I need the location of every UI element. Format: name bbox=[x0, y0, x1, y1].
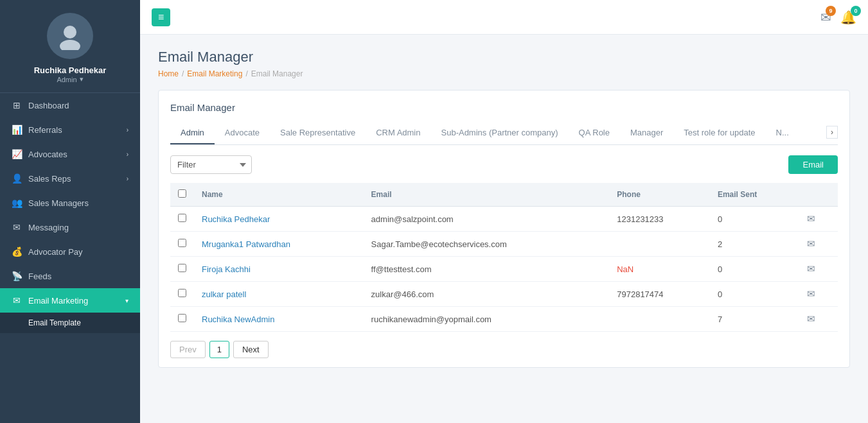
row-checkbox[interactable] bbox=[178, 289, 186, 297]
card-title: Email Manager bbox=[170, 102, 838, 113]
sidebar-role[interactable]: Admin ▾ bbox=[57, 75, 83, 83]
sidebar-item-label: Email Marketing bbox=[28, 296, 88, 306]
row-name: Mruganka1 Patwardhan bbox=[194, 232, 364, 257]
main-card: Email Manager Admin Advocate Sale Repres… bbox=[158, 90, 850, 368]
chevron-right-icon: › bbox=[127, 175, 128, 182]
chevron-right-icon: › bbox=[127, 126, 128, 134]
breadcrumb-email-marketing[interactable]: Email Marketing bbox=[187, 69, 242, 78]
svg-point-1 bbox=[60, 40, 80, 50]
sidebar-item-label: Feeds bbox=[28, 272, 51, 281]
row-email-sent: 0 bbox=[710, 207, 799, 232]
row-phone bbox=[609, 307, 710, 332]
sidebar-item-label: Sales Reps bbox=[28, 174, 71, 184]
send-email-icon[interactable]: ✉ bbox=[807, 313, 815, 324]
row-name-link[interactable]: Ruchika NewAdmin bbox=[202, 315, 274, 324]
row-checkbox[interactable] bbox=[178, 314, 186, 322]
row-name-link[interactable]: Firoja Kachhi bbox=[202, 264, 251, 274]
email-marketing-icon: ✉ bbox=[12, 295, 22, 306]
sidebar-sub-label: Email Template bbox=[28, 318, 81, 327]
page-area: Email Manager Home / Email Marketing / E… bbox=[140, 35, 868, 423]
row-phone: 7972817474 bbox=[609, 282, 710, 307]
sidebar-item-referrals[interactable]: 📊 Referrals › bbox=[0, 117, 140, 142]
tab-crm-admin[interactable]: CRM Admin bbox=[366, 122, 430, 144]
breadcrumb-sep: / bbox=[182, 69, 184, 78]
tab-qa-role[interactable]: QA Role bbox=[569, 122, 620, 144]
sidebar-item-email-marketing[interactable]: ✉ Email Marketing ▾ bbox=[0, 288, 140, 313]
sidebar-item-advocates[interactable]: 📈 Advocates › bbox=[0, 142, 140, 166]
advocates-icon: 📈 bbox=[12, 149, 22, 159]
row-email: ruchikanewadmin@yopmail.com bbox=[364, 307, 610, 332]
sidebar-item-label: Dashboard bbox=[28, 101, 69, 110]
table-header-checkbox bbox=[170, 183, 194, 207]
sidebar-item-dashboard[interactable]: ⊞ Dashboard bbox=[0, 93, 140, 117]
row-checkbox[interactable] bbox=[178, 264, 186, 272]
sidebar-item-feeds[interactable]: 📡 Feeds bbox=[0, 264, 140, 288]
sidebar-username: Ruchika Pedhekar bbox=[34, 65, 107, 75]
sidebar-item-label: Advocates bbox=[28, 150, 67, 159]
row-email-sent: 0 bbox=[710, 282, 799, 307]
row-name: Ruchika NewAdmin bbox=[194, 307, 364, 332]
breadcrumb: Home / Email Marketing / Email Manager bbox=[158, 69, 850, 78]
sidebar-item-messaging[interactable]: ✉ Messaging bbox=[0, 215, 140, 239]
svg-point-0 bbox=[64, 26, 76, 39]
alerts-notification[interactable]: 🔔 0 bbox=[840, 10, 856, 25]
row-email-sent: 2 bbox=[710, 232, 799, 257]
sidebar-item-advocator-pay[interactable]: 💰 Advocator Pay bbox=[0, 239, 140, 264]
referrals-icon: 📊 bbox=[12, 125, 22, 135]
tab-sale-representative[interactable]: Sale Representative bbox=[270, 122, 366, 144]
tab-sub-admins[interactable]: Sub-Admins (Partner company) bbox=[431, 122, 569, 144]
tab-advocate[interactable]: Advocate bbox=[215, 122, 270, 144]
row-name-link[interactable]: zulkar patell bbox=[202, 289, 246, 299]
sidebar-item-sales-reps[interactable]: 👤 Sales Reps › bbox=[0, 166, 140, 191]
sidebar-item-label: Messaging bbox=[28, 223, 69, 232]
tab-admin[interactable]: Admin bbox=[170, 122, 215, 144]
avatar bbox=[47, 13, 93, 59]
tab-manager[interactable]: Manager bbox=[620, 122, 673, 144]
page-title: Email Manager bbox=[158, 49, 850, 65]
sidebar-item-label: Sales Managers bbox=[28, 198, 89, 208]
send-email-icon[interactable]: ✉ bbox=[807, 238, 815, 249]
sidebar-item-label: Advocator Pay bbox=[28, 247, 83, 257]
table-header-action bbox=[799, 183, 838, 207]
row-action: ✉ bbox=[799, 307, 838, 332]
row-action: ✉ bbox=[799, 257, 838, 282]
row-checkbox[interactable] bbox=[178, 214, 186, 222]
row-checkbox-cell bbox=[170, 282, 194, 307]
filter-row: Filter All Email Sent Email Not Sent Ema… bbox=[170, 155, 838, 174]
table-row: zulkar patell zulkar@466.com 7972817474 … bbox=[170, 282, 838, 307]
pagination: Prev 1 Next bbox=[170, 341, 838, 358]
menu-button[interactable]: ≡ bbox=[152, 8, 170, 26]
filter-select[interactable]: Filter All Email Sent Email Not Sent bbox=[170, 155, 252, 174]
sidebar-item-sales-managers[interactable]: 👥 Sales Managers bbox=[0, 191, 140, 215]
topbar-right: ✉ 9 🔔 0 bbox=[820, 10, 856, 25]
sidebar-item-email-template[interactable]: Email Template bbox=[0, 313, 140, 333]
messages-notification[interactable]: ✉ 9 bbox=[820, 10, 831, 25]
page-number: 1 bbox=[209, 341, 229, 358]
send-email-icon[interactable]: ✉ bbox=[807, 288, 815, 299]
email-button[interactable]: Email bbox=[788, 155, 838, 174]
row-checkbox-cell bbox=[170, 232, 194, 257]
tab-next[interactable]: N... bbox=[766, 122, 799, 144]
breadcrumb-sep: / bbox=[245, 69, 247, 78]
row-action: ✉ bbox=[799, 207, 838, 232]
row-phone: 1231231233 bbox=[609, 207, 710, 232]
prev-button[interactable]: Prev bbox=[170, 341, 206, 358]
send-email-icon[interactable]: ✉ bbox=[807, 263, 815, 274]
row-checkbox[interactable] bbox=[178, 239, 186, 247]
row-email-sent: 0 bbox=[710, 257, 799, 282]
row-name-link[interactable]: Mruganka1 Patwardhan bbox=[202, 239, 290, 249]
next-button[interactable]: Next bbox=[233, 341, 269, 358]
row-name-link[interactable]: Ruchika Pedhekar bbox=[202, 214, 270, 224]
send-email-icon[interactable]: ✉ bbox=[807, 213, 815, 224]
messages-badge: 9 bbox=[826, 6, 836, 16]
breadcrumb-home[interactable]: Home bbox=[158, 69, 179, 78]
sidebar-item-label: Referrals bbox=[28, 125, 62, 135]
data-table: Name Email Phone Email Sent Ruchika Pedh… bbox=[170, 183, 838, 332]
chevron-down-icon: ▾ bbox=[125, 297, 128, 304]
tab-test-role[interactable]: Test role for update bbox=[673, 122, 765, 144]
row-email: zulkar@466.com bbox=[364, 282, 610, 307]
advocator-pay-icon: 💰 bbox=[12, 246, 22, 257]
sidebar: Ruchika Pedhekar Admin ▾ ⊞ Dashboard 📊 R… bbox=[0, 0, 140, 423]
select-all-checkbox[interactable] bbox=[178, 189, 186, 198]
tab-scroll-right[interactable]: › bbox=[826, 126, 838, 139]
